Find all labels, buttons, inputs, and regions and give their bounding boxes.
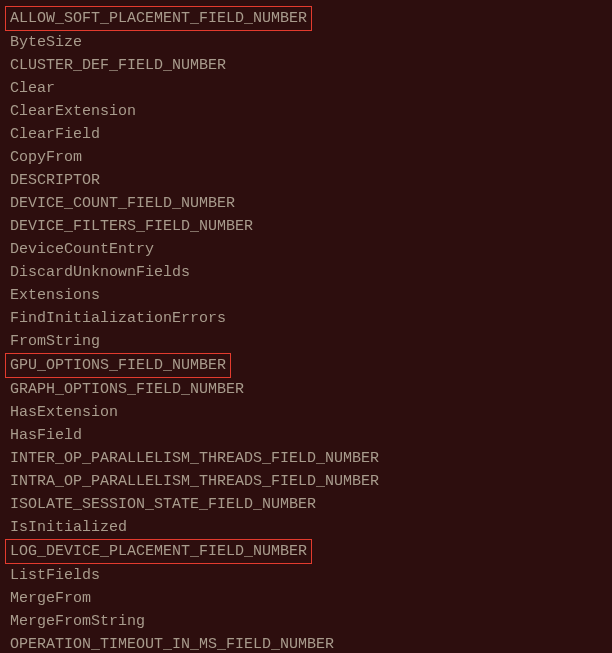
output-line: DeviceCountEntry <box>10 238 602 261</box>
output-line: CopyFrom <box>10 146 602 169</box>
output-line: MergeFromString <box>10 610 602 633</box>
output-line: HasExtension <box>10 401 602 424</box>
output-line: GRAPH_OPTIONS_FIELD_NUMBER <box>10 378 602 401</box>
output-line: INTER_OP_PARALLELISM_THREADS_FIELD_NUMBE… <box>10 447 602 470</box>
output-line: FromString <box>10 330 602 353</box>
output-line: DiscardUnknownFields <box>10 261 602 284</box>
output-line: LOG_DEVICE_PLACEMENT_FIELD_NUMBER <box>10 539 602 564</box>
output-line: ALLOW_SOFT_PLACEMENT_FIELD_NUMBER <box>10 6 602 31</box>
output-line: HasField <box>10 424 602 447</box>
output-line: INTRA_OP_PARALLELISM_THREADS_FIELD_NUMBE… <box>10 470 602 493</box>
output-line: ByteSize <box>10 31 602 54</box>
output-line: Extensions <box>10 284 602 307</box>
output-line: ClearField <box>10 123 602 146</box>
output-line: GPU_OPTIONS_FIELD_NUMBER <box>10 353 602 378</box>
output-line: DEVICE_FILTERS_FIELD_NUMBER <box>10 215 602 238</box>
output-line: ISOLATE_SESSION_STATE_FIELD_NUMBER <box>10 493 602 516</box>
highlighted-text: LOG_DEVICE_PLACEMENT_FIELD_NUMBER <box>5 539 312 564</box>
highlighted-text: GPU_OPTIONS_FIELD_NUMBER <box>5 353 231 378</box>
output-line: DEVICE_COUNT_FIELD_NUMBER <box>10 192 602 215</box>
output-line: ClearExtension <box>10 100 602 123</box>
terminal-output: ALLOW_SOFT_PLACEMENT_FIELD_NUMBERByteSiz… <box>10 6 602 653</box>
output-line: Clear <box>10 77 602 100</box>
output-line: ListFields <box>10 564 602 587</box>
output-line: CLUSTER_DEF_FIELD_NUMBER <box>10 54 602 77</box>
output-line: IsInitialized <box>10 516 602 539</box>
highlighted-text: ALLOW_SOFT_PLACEMENT_FIELD_NUMBER <box>5 6 312 31</box>
output-line: DESCRIPTOR <box>10 169 602 192</box>
output-line: OPERATION_TIMEOUT_IN_MS_FIELD_NUMBER <box>10 633 602 653</box>
output-line: MergeFrom <box>10 587 602 610</box>
output-line: FindInitializationErrors <box>10 307 602 330</box>
